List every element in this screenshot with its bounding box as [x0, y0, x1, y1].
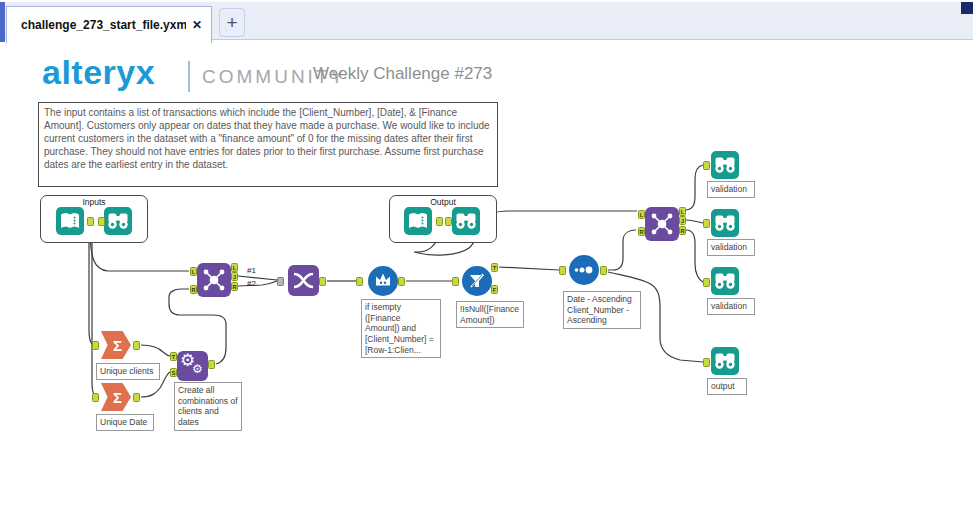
append-target-anchor[interactable]: T — [170, 352, 177, 361]
filter-false-anchor[interactable]: F — [491, 285, 498, 294]
append-output-anchor[interactable] — [208, 360, 215, 369]
browse-validation1-input-anchor[interactable] — [703, 161, 710, 170]
browse-inputs-input-anchor[interactable] — [98, 217, 105, 226]
output-annotation[interactable]: output — [707, 378, 747, 395]
binoculars-icon — [711, 151, 739, 179]
browse-tool-output-container[interactable] — [452, 207, 480, 235]
filter-tool[interactable] — [462, 266, 492, 296]
book-icon — [56, 207, 84, 235]
binoculars-icon — [711, 267, 739, 295]
summarize-clients-output-anchor[interactable] — [133, 341, 140, 350]
browse-tool-validation-2[interactable] — [711, 209, 739, 237]
input-data-output-anchor[interactable] — [87, 217, 94, 226]
formula-input-anchor[interactable] — [356, 277, 363, 286]
summarize-tool-dates[interactable]: Σ — [101, 383, 131, 411]
browse-tool-validation-3[interactable] — [711, 267, 739, 295]
append-source-anchor[interactable]: S — [170, 368, 177, 377]
validation-annotation-2[interactable]: validation — [707, 239, 755, 256]
new-tab-button[interactable]: + — [219, 8, 245, 37]
unique-date-annotation[interactable]: Unique Date — [96, 414, 154, 431]
sort-dots-icon — [569, 255, 599, 285]
join2-output-join-anchor[interactable]: J — [679, 216, 686, 225]
workflow-tab-title: challenge_273_start_file.yxmd — [21, 18, 186, 32]
union-tool[interactable] — [288, 265, 319, 296]
connection-label-2: #2 — [247, 279, 256, 288]
join-icon — [645, 207, 679, 241]
join2-input-left-anchor[interactable]: L — [638, 210, 645, 219]
browse-outputcontainer-input-anchor[interactable] — [445, 217, 452, 226]
validation-annotation-1[interactable]: validation — [707, 181, 755, 198]
wire — [141, 345, 170, 356]
sort-tool[interactable] — [569, 255, 599, 285]
join-tool-2[interactable] — [645, 207, 679, 241]
workflow-tab[interactable]: challenge_273_start_file.yxmd ✕ — [6, 6, 212, 43]
output-input-data-tool[interactable] — [404, 207, 432, 235]
browse-validation2-input-anchor[interactable] — [703, 219, 710, 228]
filter-true-anchor[interactable]: T — [491, 263, 498, 272]
browse-tool-inputs[interactable] — [104, 207, 132, 235]
summarize-dates-input-anchor[interactable] — [92, 393, 99, 402]
sort-output-anchor[interactable] — [600, 266, 607, 275]
summarize-tool-clients[interactable]: Σ — [101, 331, 131, 359]
binoculars-icon — [711, 347, 739, 375]
join2-output-left-anchor[interactable]: L — [679, 207, 686, 216]
join1-output-right-anchor[interactable]: R — [231, 282, 238, 291]
join1-output-join-anchor[interactable]: J — [231, 272, 238, 281]
sigma-icon: Σ — [113, 337, 122, 354]
join1-output-left-anchor[interactable]: L — [231, 263, 238, 272]
sort-input-anchor[interactable] — [559, 266, 566, 275]
binoculars-icon — [452, 207, 480, 235]
unique-clients-annotation[interactable]: Unique clients — [96, 363, 160, 380]
connection-label-1: #1 — [247, 266, 256, 275]
close-icon[interactable]: ✕ — [192, 18, 202, 32]
union-icon — [288, 265, 319, 296]
wire — [686, 165, 703, 210]
browse-tool-validation-1[interactable] — [711, 151, 739, 179]
multi-row-formula-tool[interactable] — [368, 266, 398, 296]
sort-annotation[interactable]: Date - Ascending Client_Number - Ascendi… — [563, 291, 641, 329]
browse-validation3-input-anchor[interactable] — [703, 278, 710, 287]
input-data-tool[interactable] — [56, 207, 84, 235]
logo-separator — [188, 61, 190, 92]
join1-input-left-anchor[interactable]: L — [190, 267, 197, 276]
summarize-clients-input-anchor[interactable] — [92, 341, 99, 350]
browse-tool-output[interactable] — [711, 347, 739, 375]
append-annotation[interactable]: Create all combinations of clients and d… — [174, 382, 242, 431]
sigma-icon: Σ — [113, 389, 122, 406]
join1-input-right-anchor[interactable]: R — [190, 285, 197, 294]
browse-output-input-anchor[interactable] — [703, 358, 710, 367]
page-title: Weekly Challenge #273 — [313, 64, 492, 84]
wire — [686, 230, 703, 282]
formula-output-anchor[interactable] — [398, 277, 405, 286]
output-container-label: Output — [390, 197, 496, 207]
union-output-anchor[interactable] — [319, 277, 326, 286]
wire — [89, 227, 95, 345]
alteryx-workflow-window: challenge_273_start_file.yxmd ✕ + altery… — [0, 0, 973, 527]
join2-output-right-anchor[interactable]: R — [679, 226, 686, 235]
summarize-dates-output-anchor[interactable] — [133, 393, 140, 402]
tab-bar: challenge_273_start_file.yxmd ✕ + — [0, 0, 973, 40]
alteryx-logo: alteryx — [42, 53, 155, 92]
join2-input-right-anchor[interactable]: R — [638, 227, 645, 236]
output-data-output-anchor[interactable] — [436, 217, 443, 226]
append-fields-tool[interactable]: ⚙ ⚙ — [177, 351, 208, 381]
gear-icon: ⚙ — [192, 363, 203, 375]
corner-accent — [961, 2, 973, 14]
wire — [608, 230, 636, 270]
filter-input-anchor[interactable] — [452, 277, 459, 286]
inputs-container-label: Inputs — [41, 197, 147, 207]
workflow-description-note[interactable]: The input contains a list of transaction… — [38, 102, 498, 187]
window-edge-strip — [0, 2, 5, 42]
join-tool-1[interactable] — [197, 263, 231, 297]
wire — [499, 267, 559, 270]
filter-annotation[interactable]: !IsNull([Finance Amount]) — [456, 301, 524, 328]
formula-annotation[interactable]: if isempty ([Finance Amount]) and [Clien… — [361, 299, 441, 358]
validation-annotation-3[interactable]: validation — [707, 298, 755, 315]
join-icon — [197, 263, 231, 297]
binoculars-icon — [104, 207, 132, 235]
formula-crown-icon — [368, 266, 398, 296]
wire — [686, 220, 703, 223]
filter-funnel-icon — [462, 266, 492, 296]
union-input-anchor[interactable] — [277, 277, 284, 286]
plus-icon: + — [226, 12, 237, 34]
